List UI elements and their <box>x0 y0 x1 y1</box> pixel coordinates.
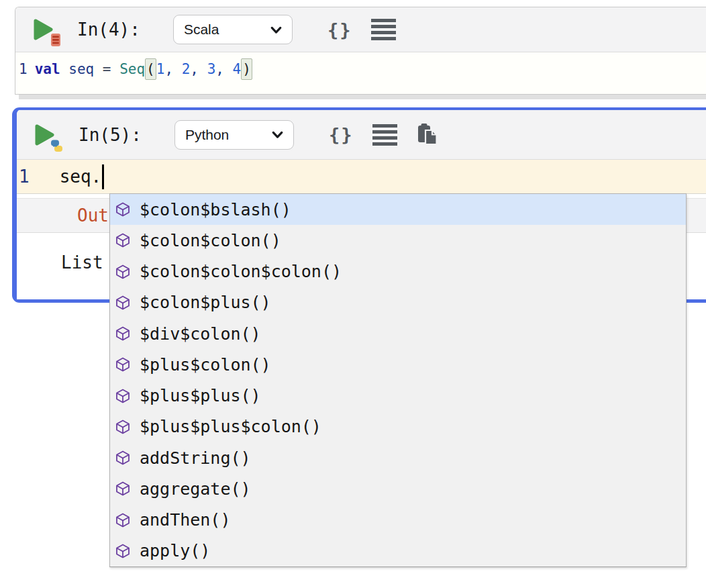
autocomplete-item[interactable]: $colon$colon$colon() <box>110 256 686 287</box>
autocomplete-item[interactable]: $colon$plus() <box>110 287 686 318</box>
cube-icon <box>115 295 131 311</box>
format-code-button[interactable]: {} <box>329 124 354 145</box>
chevron-down-icon <box>269 23 283 37</box>
autocomplete-item[interactable]: apply() <box>110 536 686 567</box>
cube-icon <box>115 481 131 497</box>
cube-icon <box>115 419 131 435</box>
run-cell-button[interactable] <box>33 122 60 148</box>
autocomplete-dropdown: $colon$bslash() $colon$colon() $colon$co… <box>109 193 687 567</box>
completion-label: $plus$colon() <box>140 355 271 375</box>
cell2-code-editor[interactable]: 1seq. <box>17 160 706 194</box>
completion-label: $plus$plus$colon() <box>140 417 321 436</box>
code-token-keyword: val <box>35 61 60 77</box>
cube-icon <box>115 356 131 373</box>
autocomplete-item[interactable]: $colon$bslash() <box>110 194 686 225</box>
completion-label: $colon$colon() <box>140 231 281 250</box>
autocomplete-item[interactable]: $plus$plus() <box>110 381 686 411</box>
cell1-language-select[interactable]: Scala <box>173 15 293 44</box>
python-logo-icon <box>50 140 64 152</box>
language-select-value: Scala <box>184 21 219 38</box>
paste-button[interactable] <box>416 123 438 146</box>
cell2-header: In(5): Python {} <box>17 110 706 160</box>
cube-icon <box>115 512 131 528</box>
autocomplete-item[interactable]: $plus$colon() <box>110 349 686 380</box>
cube-icon <box>115 326 131 342</box>
cell1-header: In(4): Scala {} <box>15 7 706 52</box>
code-token-type: Seq <box>119 61 145 77</box>
completion-label: $colon$colon$colon() <box>140 262 342 281</box>
chevron-down-icon <box>270 128 285 142</box>
code-cell-scala: In(4): Scala {} 1val seq = Seq(1, 2, 3, … <box>15 7 706 95</box>
cube-icon <box>115 543 131 559</box>
line-number: 1 <box>19 166 30 187</box>
cube-icon <box>115 388 131 404</box>
cell1-code-editor[interactable]: 1val seq = Seq(1, 2, 3, 4) <box>15 52 706 94</box>
autocomplete-item[interactable]: aggregate() <box>110 473 686 504</box>
autocomplete-item[interactable]: $colon$colon() <box>110 225 686 256</box>
completion-label: andThen() <box>140 510 230 530</box>
scala-logo-icon <box>50 33 62 47</box>
matched-bracket: ) <box>241 58 252 80</box>
autocomplete-item[interactable]: addString() <box>110 442 686 473</box>
cell-options-button[interactable] <box>372 124 397 146</box>
cube-icon <box>115 264 131 280</box>
completion-label: aggregate() <box>140 479 251 499</box>
autocomplete-item[interactable]: andThen() <box>110 505 686 536</box>
text-cursor <box>102 164 104 189</box>
completion-label: $colon$bslash() <box>140 200 291 219</box>
cell2-input-label: In(5): <box>79 125 142 145</box>
clipboard-paste-icon <box>416 123 438 146</box>
cell1-input-label: In(4): <box>77 19 140 40</box>
completion-label: $colon$plus() <box>140 293 271 312</box>
cell-options-button[interactable] <box>371 19 396 40</box>
completion-label: apply() <box>140 541 210 560</box>
completion-label: $plus$plus() <box>140 386 261 405</box>
code-text: seq. <box>60 166 102 187</box>
line-number: 1 <box>19 61 28 77</box>
notebook: In(4): Scala {} 1val seq = Seq(1, 2, 3, … <box>0 0 706 588</box>
cell2-language-select[interactable]: Python <box>174 120 294 150</box>
cube-icon <box>115 450 131 466</box>
autocomplete-item[interactable]: $div$colon() <box>110 318 686 349</box>
code-token-variable: seq <box>68 61 94 77</box>
cell-divider <box>19 95 706 99</box>
autocomplete-item[interactable]: $plus$plus$colon() <box>110 411 686 442</box>
cube-icon <box>115 201 131 217</box>
format-code-button[interactable]: {} <box>327 19 352 40</box>
matched-bracket: ( <box>145 58 156 80</box>
completion-label: $div$colon() <box>140 324 261 344</box>
completion-label: addString() <box>140 448 251 468</box>
language-select-value: Python <box>185 127 229 143</box>
output-label: Out <box>77 205 109 226</box>
cube-icon <box>115 232 131 248</box>
run-cell-button[interactable] <box>32 17 58 42</box>
output-value: List <box>61 252 103 273</box>
